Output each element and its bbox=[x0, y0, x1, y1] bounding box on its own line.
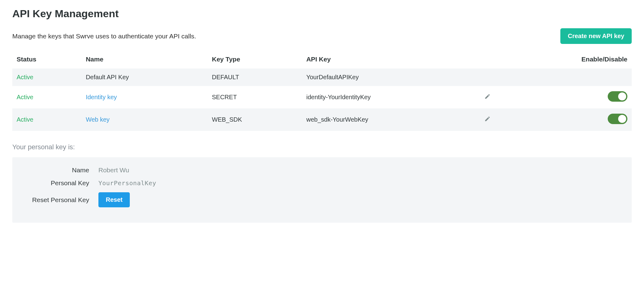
personal-key-value: YourPersonalKey bbox=[98, 179, 156, 187]
toggle-knob bbox=[618, 115, 626, 123]
page-subtitle: Manage the keys that Swrve uses to authe… bbox=[12, 33, 196, 40]
status-cell: Active bbox=[12, 68, 81, 86]
api-key-cell: web_sdk-YourWebKey bbox=[302, 108, 480, 131]
col-enable-disable: Enable/Disable bbox=[499, 50, 632, 68]
personal-name-label: Name bbox=[18, 166, 98, 174]
header-row: Manage the keys that Swrve uses to authe… bbox=[12, 28, 632, 44]
edit-icon[interactable] bbox=[484, 116, 491, 123]
enable-toggle[interactable] bbox=[608, 114, 627, 124]
toggle-cell bbox=[499, 108, 632, 131]
reset-button[interactable]: Reset bbox=[98, 192, 130, 207]
col-edit bbox=[480, 50, 499, 68]
api-keys-table: Status Name Key Type API Key Enable/Disa… bbox=[12, 50, 632, 131]
table-row: ActiveWeb keyWEB_SDKweb_sdk-YourWebKey bbox=[12, 108, 632, 131]
page-title: API Key Management bbox=[12, 8, 632, 20]
edit-cell bbox=[480, 86, 499, 108]
key-name-link[interactable]: Web key bbox=[86, 116, 109, 123]
personal-key-heading: Your personal key is: bbox=[12, 143, 632, 151]
personal-key-label: Personal Key bbox=[18, 179, 98, 187]
col-status: Status bbox=[12, 50, 81, 68]
personal-name-value: Robert Wu bbox=[98, 166, 129, 174]
key-type-cell: DEFAULT bbox=[208, 68, 302, 86]
toggle-knob bbox=[618, 92, 626, 100]
key-type-cell: SECRET bbox=[208, 86, 302, 108]
name-cell: Default API Key bbox=[81, 68, 208, 86]
col-name: Name bbox=[81, 50, 208, 68]
status-cell: Active bbox=[12, 108, 81, 131]
reset-personal-key-label: Reset Personal Key bbox=[18, 196, 98, 204]
table-row: ActiveDefault API KeyDEFAULTYourDefaultA… bbox=[12, 68, 632, 86]
edit-cell bbox=[480, 108, 499, 131]
col-api-key: API Key bbox=[302, 50, 480, 68]
enable-toggle[interactable] bbox=[608, 91, 627, 102]
toggle-cell bbox=[499, 86, 632, 108]
name-cell: Web key bbox=[81, 108, 208, 131]
status-cell: Active bbox=[12, 86, 81, 108]
create-api-key-button[interactable]: Create new API key bbox=[560, 28, 632, 44]
api-key-cell: YourDefaultAPIKey bbox=[302, 68, 480, 86]
api-key-cell: identity-YourIdentityKey bbox=[302, 86, 480, 108]
name-cell: Identity key bbox=[81, 86, 208, 108]
edit-cell bbox=[480, 68, 499, 86]
table-row: ActiveIdentity keySECRETidentity-YourIde… bbox=[12, 86, 632, 108]
toggle-cell bbox=[499, 68, 632, 86]
key-type-cell: WEB_SDK bbox=[208, 108, 302, 131]
edit-icon[interactable] bbox=[484, 94, 491, 101]
col-key-type: Key Type bbox=[208, 50, 302, 68]
personal-key-panel: Name Robert Wu Personal Key YourPersonal… bbox=[12, 157, 632, 223]
key-name-link[interactable]: Identity key bbox=[86, 94, 117, 100]
